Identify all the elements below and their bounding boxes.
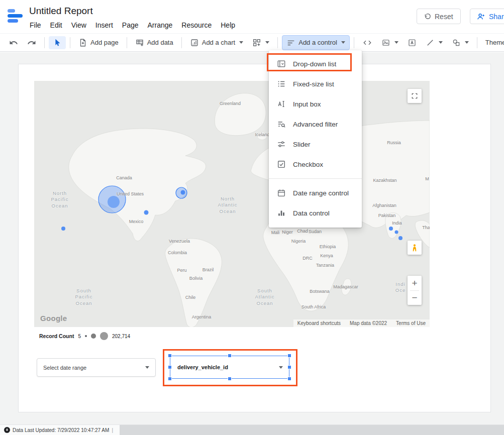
- map-label: Pakistan: [378, 213, 396, 218]
- map-label: Botswana: [310, 289, 330, 294]
- map-label: Afghanistan: [372, 203, 396, 208]
- embed-code-button[interactable]: [358, 36, 376, 50]
- chevron-down-icon: [394, 41, 398, 46]
- undo-button[interactable]: [5, 36, 22, 50]
- chevron-down-icon: [279, 366, 283, 371]
- highlight-box-control: delivery_vehicle_id: [163, 349, 297, 386]
- add-chart-label: Add a chart: [202, 39, 236, 46]
- map-bubble[interactable]: [144, 210, 149, 215]
- cursor-icon: [53, 38, 62, 47]
- map-bubble[interactable]: [108, 196, 120, 208]
- image-icon: [381, 38, 390, 47]
- reset-button[interactable]: Reset: [417, 9, 461, 24]
- image-tool-button[interactable]: [377, 36, 402, 50]
- status-divider: |: [112, 427, 113, 433]
- map-bubble[interactable]: [395, 231, 398, 234]
- keyboard-shortcuts-link[interactable]: Keyboard shortcuts: [297, 320, 341, 326]
- resize-handle[interactable]: [288, 377, 291, 380]
- shape-icon: [452, 38, 461, 47]
- menu-item-label: Fixed-size list: [293, 80, 334, 88]
- map-attribution: Keyboard shortcuts Map data ©2022 Terms …: [293, 319, 430, 327]
- shape-tool-button[interactable]: [448, 36, 473, 50]
- zoom-in-button[interactable]: +: [408, 276, 422, 290]
- zoom-out-button[interactable]: −: [408, 291, 422, 305]
- line-tool-button[interactable]: [422, 36, 447, 50]
- share-button[interactable]: Share: [470, 9, 504, 24]
- menu-item-drop-down-list[interactable]: Drop-down list: [269, 54, 362, 74]
- resize-handle[interactable]: [228, 377, 231, 380]
- map-label: Ethiopia: [320, 244, 336, 249]
- resize-handle[interactable]: [168, 377, 171, 380]
- menu-edit[interactable]: Edit: [46, 20, 67, 31]
- map-bubble[interactable]: [181, 190, 185, 195]
- menu-item-date-range-control[interactable]: Date range control: [269, 183, 362, 203]
- menu-page[interactable]: Page: [118, 20, 143, 31]
- chevron-down-icon: [145, 366, 149, 371]
- add-chart-button[interactable]: Add a chart: [186, 36, 248, 50]
- resize-handle[interactable]: [168, 366, 171, 369]
- resize-handle[interactable]: [228, 354, 231, 357]
- select-tool-button[interactable]: [49, 36, 66, 49]
- toolbar-separator: [127, 37, 127, 48]
- fullscreen-button[interactable]: [408, 89, 422, 103]
- status-bar: Data Last Updated: 7/29/2022 10:47:27 AM…: [0, 424, 504, 435]
- horizontal-scrollbar[interactable]: [120, 425, 504, 435]
- menu-item-fixed-size-list[interactable]: Fixed-size list: [269, 74, 362, 94]
- resize-handle[interactable]: [168, 354, 171, 357]
- report-title[interactable]: Untitled Report: [29, 6, 93, 17]
- map-bubble[interactable]: [61, 227, 65, 231]
- menu-resource[interactable]: Resource: [177, 20, 216, 31]
- menu-item-data-control[interactable]: Data control: [269, 203, 362, 223]
- redo-button[interactable]: [23, 36, 40, 50]
- menu-item-input-box[interactable]: Input box: [269, 94, 362, 114]
- undo-icon: [9, 38, 18, 47]
- community-visualizations-button[interactable]: [248, 36, 273, 50]
- drop-down-list-icon: [277, 59, 286, 68]
- theme-and-layout-button[interactable]: Theme and layout: [481, 36, 504, 49]
- advanced-filter-icon: [277, 120, 286, 129]
- menu-view[interactable]: View: [67, 20, 91, 31]
- pegman-icon[interactable]: [408, 241, 422, 255]
- legend-title: Record Count: [39, 333, 74, 339]
- date-range-control[interactable]: Select date range: [37, 358, 156, 377]
- map-label: Mexico: [129, 219, 144, 224]
- menu-file[interactable]: File: [25, 20, 46, 31]
- map-label: Niger: [282, 230, 293, 235]
- toolbar-separator: [70, 37, 70, 48]
- text-tool-button[interactable]: [404, 36, 421, 50]
- legend-max-value: 202,714: [112, 334, 130, 339]
- menu-arrange[interactable]: Arrange: [143, 20, 177, 31]
- theme-and-layout-label: Theme and layout: [485, 39, 504, 46]
- add-data-button[interactable]: Add data: [131, 36, 177, 50]
- data-studio-logo-icon[interactable]: [8, 7, 25, 24]
- map-label: India: [392, 221, 402, 226]
- terms-of-use-link[interactable]: Terms of Use: [396, 320, 426, 326]
- chevron-down-icon: [239, 41, 243, 46]
- pegman-figure: [411, 244, 419, 252]
- map-bubble[interactable]: [389, 227, 393, 231]
- dropdown-field-label: delivery_vehicle_id: [177, 364, 228, 370]
- map-ocean-label: South Pacific Ocean: [69, 288, 98, 306]
- dropdown-filter-control[interactable]: delivery_vehicle_id: [170, 356, 289, 379]
- reset-icon: [423, 13, 431, 21]
- menu-item-checkbox[interactable]: Checkbox: [269, 154, 362, 174]
- report-canvas[interactable]: Greenland Iceland Canada United States M…: [18, 64, 491, 412]
- resize-handle[interactable]: [288, 366, 291, 369]
- add-control-button[interactable]: Add a control: [282, 35, 350, 50]
- data-last-updated-text: Data Last Updated: 7/29/2022 10:47:27 AM: [13, 427, 109, 433]
- add-page-button[interactable]: Add page: [74, 36, 123, 50]
- menu-item-advanced-filter[interactable]: Advanced filter: [269, 114, 362, 134]
- map-ocean-label: North Atlantic Ocean: [213, 196, 242, 214]
- zoom-control: + −: [408, 276, 422, 305]
- menu-insert[interactable]: Insert: [91, 20, 118, 31]
- toolbar-separator: [181, 37, 182, 48]
- map-bubble[interactable]: [398, 236, 402, 240]
- menu-item-label: Date range control: [293, 189, 349, 197]
- menu-help[interactable]: Help: [216, 20, 240, 31]
- add-control-menu: Drop-down list Fixed-size list Input box…: [269, 50, 362, 228]
- resize-handle[interactable]: [288, 354, 291, 357]
- add-page-icon: [78, 38, 87, 47]
- chevron-down-icon: [465, 41, 469, 46]
- geo-bubble-map-chart[interactable]: Greenland Iceland Canada United States M…: [34, 81, 430, 327]
- menu-item-slider[interactable]: Slider: [269, 134, 362, 154]
